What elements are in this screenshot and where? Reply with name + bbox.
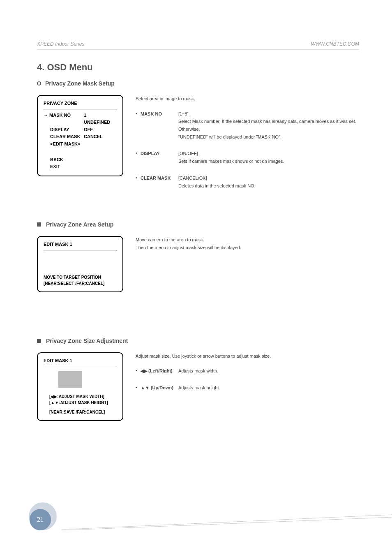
page-header: XPEED Indoor Series WWW.CNBTEC.COM xyxy=(37,41,359,50)
bullet-icon: • xyxy=(136,150,141,165)
item-text: [ON/OFF] Sets if camera makes mask shows… xyxy=(178,150,359,165)
header-left: XPEED Indoor Series xyxy=(37,41,84,47)
panel-title: PRIVACY ZONE xyxy=(44,100,117,109)
panel-label: DISPLAY xyxy=(50,126,69,134)
bullet-icon: • xyxy=(136,110,141,141)
osd-panel-edit-mask-size: EDIT MASK 1 [◀▶:ADJUST MASK WIDTH] [▲▼:A… xyxy=(37,352,123,421)
item-key: ◀▶ (Left/Right) xyxy=(141,367,178,375)
item-text: [CANCEL/OK] Deletes data in the selected… xyxy=(178,174,359,190)
panel-footer-line: [NEAR:SELECT /FAR:CANCEL] xyxy=(44,280,117,287)
panel-footer-line: [NEAR:SAVE /FAR:CANCEL] xyxy=(44,409,117,415)
panel-footer-line: MOVE TO TARGET POSITION xyxy=(44,274,117,280)
subsection-mask-setup: Privacy Zone Mask Setup xyxy=(37,80,359,87)
description-size-adjustment: Adjust mask size, Use joystick or arrow … xyxy=(136,352,359,401)
item-key: ▲▼ (Up/Down) xyxy=(141,384,178,392)
item-text: Adjusts mask height. xyxy=(178,384,359,392)
subsection-area-setup: Privacy Zone Area Setup xyxy=(37,221,359,228)
item-text: [1~8] Select Mask number. If the selecte… xyxy=(178,110,359,141)
panel-title: EDIT MASK 1 xyxy=(44,357,117,367)
panel-label: → MASK NO xyxy=(44,112,71,119)
desc-line: Move camera to the area to mask. xyxy=(136,236,359,244)
panel-value: UNDEFINED xyxy=(84,119,117,126)
svg-line-1 xyxy=(62,517,392,530)
item-key: CLEAR MASK xyxy=(141,174,178,190)
subsection-title: Privacy Zone Area Setup xyxy=(46,221,113,228)
item-key: MASK NO xyxy=(141,110,178,141)
osd-panel-edit-mask-area: EDIT MASK 1 MOVE TO TARGET POSITION [NEA… xyxy=(37,236,123,292)
panel-footer-line: [◀▶:ADJUST MASK WIDTH] xyxy=(44,393,117,400)
block-area-setup: EDIT MASK 1 MOVE TO TARGET POSITION [NEA… xyxy=(37,236,359,292)
subsection-size-adjustment: Privacy Zone Size Adjustment xyxy=(37,338,359,344)
square-marker-icon xyxy=(37,339,41,343)
desc-line: Then the menu to adjust mask size will b… xyxy=(136,244,359,252)
panel-value: OFF xyxy=(84,126,117,134)
square-marker-icon xyxy=(37,222,41,227)
block-mask-setup: PRIVACY ZONE → MASK NO 1 UNDEFINED DISPL… xyxy=(37,95,359,199)
header-right: WWW.CNBTEC.COM xyxy=(311,41,359,47)
panel-title: EDIT MASK 1 xyxy=(44,241,117,250)
item-text: Adjusts mask width. xyxy=(178,367,359,375)
panel-footer-line: [▲▼:ADJUST MASK HEIGHT] xyxy=(44,400,117,406)
item-key: DISPLAY xyxy=(141,150,178,165)
footer-line-decoration xyxy=(62,514,392,530)
intro-text: Select area in image to mask. xyxy=(136,95,359,103)
panel-label: <EDIT MASK> xyxy=(50,141,80,148)
svg-line-0 xyxy=(62,515,392,530)
page-number-badge: 21 xyxy=(29,502,62,535)
panel-value: 1 xyxy=(84,112,117,119)
subsection-title: Privacy Zone Mask Setup xyxy=(45,80,115,87)
section-title: 4. OSD Menu xyxy=(37,62,359,73)
mask-rectangle xyxy=(58,371,82,388)
bullet-icon: • xyxy=(136,367,141,375)
osd-panel-privacy-zone: PRIVACY ZONE → MASK NO 1 UNDEFINED DISPL… xyxy=(37,95,123,176)
description-area-setup: Move camera to the area to mask. Then th… xyxy=(136,236,359,251)
bullet-icon: • xyxy=(136,384,141,392)
block-size-adjustment: EDIT MASK 1 [◀▶:ADJUST MASK WIDTH] [▲▼:A… xyxy=(37,352,359,421)
page-number: 21 xyxy=(37,516,44,523)
subsection-title: Privacy Zone Size Adjustment xyxy=(46,338,128,344)
bullet-icon: • xyxy=(136,174,141,190)
panel-exit: EXIT xyxy=(50,163,60,171)
intro-text: Adjust mask size, Use joystick or arrow … xyxy=(136,352,359,360)
panel-value: CANCEL xyxy=(84,133,117,141)
panel-label: CLEAR MASK xyxy=(50,133,80,141)
description-mask-setup: Select area in image to mask. • MASK NO … xyxy=(136,95,359,199)
panel-back: BACK xyxy=(50,156,63,164)
circle-marker-icon xyxy=(37,81,41,86)
